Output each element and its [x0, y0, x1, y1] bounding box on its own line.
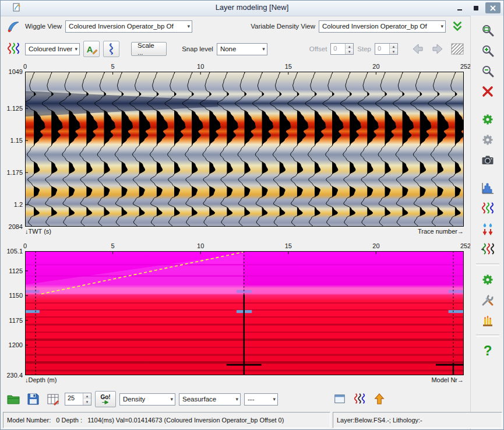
titlebar[interactable]: Layer modeling [New]	[1, 1, 503, 16]
wiggle-view-select[interactable]: Coloured Inversion Operator_bp Of	[65, 20, 192, 33]
spin-up-icon: ▲	[390, 44, 397, 49]
snap-level-label: Snap level	[182, 45, 213, 52]
wiggle-x-axis-label: Trace number→	[418, 228, 464, 235]
display-settings-gear-icon[interactable]	[479, 111, 496, 128]
offset-label: Offset	[309, 45, 327, 52]
step-stepper[interactable]: 0 ▲▼	[375, 43, 398, 55]
minimize-button[interactable]	[452, 2, 467, 13]
depth-y-axis-label: ↓Depth (m)	[25, 376, 57, 383]
snapshot-camera-icon[interactable]	[479, 151, 496, 169]
wavelet-icon[interactable]	[103, 41, 119, 57]
scale-button[interactable]: Scale ...	[131, 42, 167, 56]
spin-up-icon: ▲	[346, 44, 353, 49]
wiggle-y-axis-label: ↓TWT (s)	[25, 228, 51, 235]
variable-density-label: Variable Density View	[251, 23, 315, 30]
depth-panel: 051015202525 105.11125115011751200230.4 …	[3, 242, 468, 387]
go-arrow-icon	[102, 400, 109, 404]
spin-up-icon: ▲	[83, 393, 91, 399]
previous-arrow-icon[interactable]	[410, 41, 426, 57]
maximize-button[interactable]	[468, 2, 484, 13]
colour-table-icon[interactable]	[5, 41, 22, 57]
stratigraphy-synthetics-icon[interactable]	[479, 241, 496, 258]
layer-modeling-window: Layer modeling [New] Wiggle View Coloure…	[0, 0, 504, 430]
double-chevron-down-icon[interactable]	[449, 18, 466, 34]
status-model-info: Model Number: 0 Depth : 1104(ms) Val=0.0…	[3, 412, 330, 428]
generate-gear-icon[interactable]	[479, 271, 496, 288]
window-title: Layer modeling [New]	[1, 3, 503, 12]
go-button[interactable]: Go!	[95, 391, 116, 407]
histogram-icon[interactable]	[479, 179, 496, 197]
snap-level-select[interactable]: None	[217, 43, 267, 55]
flatten-view-icon[interactable]	[332, 391, 348, 407]
model-count-stepper[interactable]: 25 ▲▼	[65, 393, 91, 406]
spin-down-icon: ▼	[390, 49, 397, 54]
font-icon[interactable]: A	[83, 41, 100, 57]
zoom-select-icon[interactable]	[479, 22, 496, 39]
level-select[interactable]: Seasurface	[179, 393, 241, 406]
colour-table-select[interactable]: Coloured Inver	[25, 43, 80, 55]
status-bar: Model Number: 0 Depth : 1104(ms) Val=0.0…	[1, 411, 504, 429]
svg-text:A: A	[87, 45, 93, 54]
edit-table-icon[interactable]	[45, 391, 61, 407]
settings-gear-icon[interactable]	[479, 131, 496, 149]
property-select[interactable]: Density	[119, 393, 175, 406]
wiggle-plot[interactable]	[25, 72, 464, 227]
display-synthetics-icon[interactable]	[479, 200, 496, 217]
wiggle-view-label: Wiggle View	[25, 23, 62, 30]
next-arrow-icon[interactable]	[429, 41, 446, 57]
cancel-zoom-icon[interactable]	[479, 83, 496, 100]
simulate-candles-icon[interactable]	[479, 312, 496, 329]
zoom-in-icon[interactable]	[479, 42, 496, 59]
help-icon[interactable]: ?	[479, 342, 496, 359]
wiggle-panel: 051015202525 10491.1251.151.1751.22084 ↓…	[3, 62, 468, 238]
spin-down-icon: ▼	[83, 399, 91, 405]
depth-plot[interactable]	[25, 251, 464, 375]
variable-density-select[interactable]: Coloured Inversion Operator_bp Of	[319, 20, 446, 33]
toolbar-separator	[476, 263, 499, 266]
tools-icon[interactable]	[479, 291, 496, 309]
hatch-pattern-icon[interactable]	[449, 41, 466, 57]
synthetics-icon[interactable]	[351, 391, 368, 407]
extra-select[interactable]: ---	[244, 393, 278, 406]
wiggle-view-icon[interactable]	[5, 18, 22, 34]
fluid-replacement-icon[interactable]	[479, 220, 496, 238]
status-layer-info: Layer:Below.FS4.-; Lithology:-	[333, 412, 502, 428]
offset-stepper[interactable]: 0 ▲▼	[330, 43, 354, 55]
up-arrow-icon[interactable]	[371, 391, 387, 407]
save-model-icon[interactable]	[25, 391, 41, 407]
depth-x-axis-label: Model Nr→	[431, 376, 464, 383]
zoom-out-icon[interactable]	[479, 62, 496, 80]
toolbar-separator	[476, 334, 499, 337]
open-model-icon[interactable]	[5, 391, 22, 407]
right-toolbar: ?	[470, 16, 504, 429]
close-button[interactable]	[485, 2, 501, 13]
step-label: Step	[357, 45, 371, 52]
spin-down-icon: ▼	[346, 49, 353, 54]
